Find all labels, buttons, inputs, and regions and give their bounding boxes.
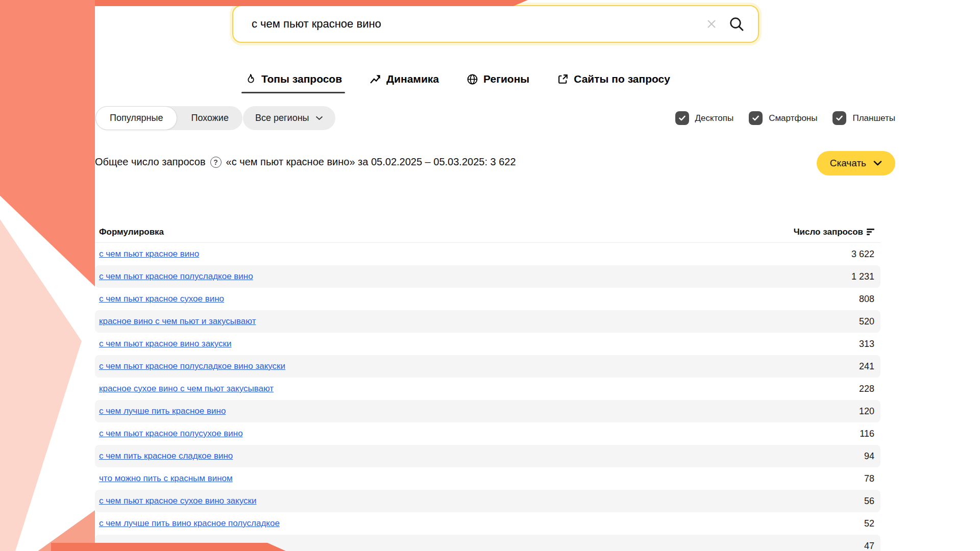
query-cell: с чем пьют красное полусладкое вино заку…: [95, 361, 859, 371]
decor-top-coral-bar: [95, 0, 528, 6]
checkbox-checked-icon: [749, 111, 763, 125]
query-count: 808: [859, 294, 880, 305]
query-cell: с чем пить красное сладкое вино: [95, 451, 864, 461]
wordstat-results-panel: Топы запросов Динамика Регионы Сайты п: [95, 0, 980, 551]
query-count: 520: [859, 316, 880, 327]
tab-label: Динамика: [386, 73, 439, 85]
close-icon: [705, 17, 718, 31]
checkbox-checked-icon: [832, 111, 846, 125]
table-row: с чем пьют красное полусладкое вино заку…: [95, 355, 880, 378]
tab-sites-by-query[interactable]: Сайты по запросу: [557, 73, 670, 86]
device-checkbox-tablets[interactable]: Планшеты: [832, 111, 895, 125]
trend-icon: [370, 73, 381, 85]
check-icon: [678, 114, 686, 122]
tab-label: Сайты по запросу: [574, 73, 670, 85]
table-row: что можно пить с красным вином 78: [95, 467, 880, 490]
query-link[interactable]: с чем пьют красное вино закуски: [99, 339, 231, 348]
query-cell: с чем пьют красное полусладкое вино: [95, 271, 851, 282]
query-count: 78: [864, 473, 880, 484]
decor-bottom-coral-bar: [51, 543, 286, 551]
table-header: Формулировка Число запросов: [95, 221, 880, 243]
tab-label: Топы запросов: [261, 73, 342, 85]
query-link[interactable]: с чем пьют красное полусухое вино: [99, 429, 243, 438]
left-decor-strip: [0, 0, 95, 551]
segment-similar[interactable]: Похожие: [177, 106, 242, 130]
query-link[interactable]: с чем лучше пить вино красное полусладко…: [99, 518, 280, 528]
query-link[interactable]: с чем пьют красное полусладкое вино: [99, 271, 253, 281]
search-input[interactable]: [233, 6, 705, 42]
tab-top-queries[interactable]: Топы запросов: [244, 73, 342, 86]
checkbox-checked-icon: [675, 111, 689, 125]
summary-prefix: Общее число запросов: [95, 156, 206, 168]
summary-row: Общее число запросов ? «с чем пьют красн…: [95, 151, 980, 176]
column-header-count[interactable]: Число запросов: [794, 227, 880, 237]
query-cell: с чем лучше пить вино красное полусладко…: [95, 518, 864, 529]
device-label: Смартфоны: [769, 113, 817, 123]
region-label: Все регионы: [255, 113, 309, 123]
table-row: красное сухое вино с чем пьют закусывают…: [95, 378, 880, 400]
device-checkbox-smartphones[interactable]: Смартфоны: [749, 111, 817, 125]
query-cell: с чем пьют красное сухое вино: [95, 294, 859, 304]
column-header-count-label: Число запросов: [794, 227, 863, 237]
region-selector[interactable]: Все регионы: [243, 106, 335, 130]
chevron-down-icon: [873, 161, 882, 166]
tab-regions[interactable]: Регионы: [467, 73, 529, 86]
device-label: Десктопы: [695, 113, 734, 123]
query-count: 228: [859, 384, 880, 394]
table-row: с чем пьют красное сухое вино закуски 56: [95, 490, 880, 512]
search-submit-button[interactable]: [728, 16, 745, 32]
query-link[interactable]: с чем пьют красное полусладкое вино заку…: [99, 361, 285, 371]
table-row: с чем пьют красное сухое вино 808: [95, 288, 880, 310]
table-body: с чем пьют красное вино 3 622 с чем пьют…: [95, 243, 880, 551]
flame-icon: [244, 73, 256, 85]
section-tabs: Топы запросов Динамика Регионы Сайты п: [244, 73, 670, 86]
query-cell: с чем пьют красное сухое вино закуски: [95, 496, 864, 506]
queries-table: Формулировка Число запросов с чем пьют к…: [95, 221, 880, 551]
query-cell: с чем пьют красное вино закуски: [95, 339, 859, 349]
globe-icon: [467, 73, 478, 85]
clear-search-button[interactable]: [705, 17, 718, 31]
query-count: 1 231: [851, 271, 880, 282]
help-icon[interactable]: ?: [210, 157, 222, 168]
query-count: 56: [864, 496, 880, 507]
external-link-icon: [557, 73, 569, 85]
device-filters: Десктопы Смартфоны Планшеты: [675, 106, 895, 130]
query-link[interactable]: с чем лучше пить красное вино: [99, 406, 226, 416]
query-link[interactable]: с чем пьют красное вино: [99, 249, 199, 259]
sort-descending-icon: [867, 229, 874, 235]
query-count: 120: [859, 406, 880, 417]
table-row: с чем пить красное сладкое вино 94: [95, 445, 880, 467]
table-row: с чем пьют красное полусладкое вино 1 23…: [95, 265, 880, 288]
chevron-down-icon: [315, 116, 323, 120]
search-bar: [232, 5, 759, 43]
query-link[interactable]: с чем пьют красное сухое вино закуски: [99, 496, 256, 506]
query-link[interactable]: с чем пьют красное сухое вино: [99, 294, 224, 304]
query-count: 52: [864, 518, 880, 529]
query-count: 94: [864, 451, 880, 462]
check-icon: [752, 114, 760, 122]
query-link[interactable]: красное вино с чем пьют и закусывают: [99, 316, 256, 326]
query-cell: с чем пьют красное полусухое вино: [95, 429, 860, 439]
device-checkbox-desktops[interactable]: Десктопы: [675, 111, 734, 125]
download-label: Скачать: [830, 158, 866, 169]
table-row: с чем пьют красное вино 3 622: [95, 243, 880, 265]
search-icon: [728, 16, 745, 32]
query-link[interactable]: красное сухое вино с чем пьют закусывают: [99, 384, 274, 393]
filters-row: Популярные Похожие Все регионы Десктопы: [95, 106, 980, 130]
query-cell: красное вино с чем пьют и закусывают: [95, 316, 859, 327]
query-cell: красное сухое вино с чем пьют закусывают: [95, 384, 859, 394]
device-label: Планшеты: [852, 113, 895, 123]
table-row: красное вино с чем пьют и закусывают 520: [95, 310, 880, 333]
download-button[interactable]: Скачать: [817, 151, 895, 176]
query-count: 3 622: [851, 249, 880, 260]
query-count: 241: [859, 361, 880, 372]
query-link[interactable]: что можно пить с красным вином: [99, 473, 233, 483]
table-row: с чем лучше пить красное вино 120: [95, 400, 880, 422]
check-icon: [836, 114, 843, 122]
segment-popular[interactable]: Популярные: [95, 106, 177, 130]
column-header-query: Формулировка: [95, 227, 794, 237]
query-link[interactable]: с чем пить красное сладкое вино: [99, 451, 233, 461]
tab-dynamics[interactable]: Динамика: [370, 73, 439, 86]
query-cell: с чем лучше пить красное вино: [95, 406, 859, 416]
query-cell: с чем пьют красное вино: [95, 249, 851, 259]
